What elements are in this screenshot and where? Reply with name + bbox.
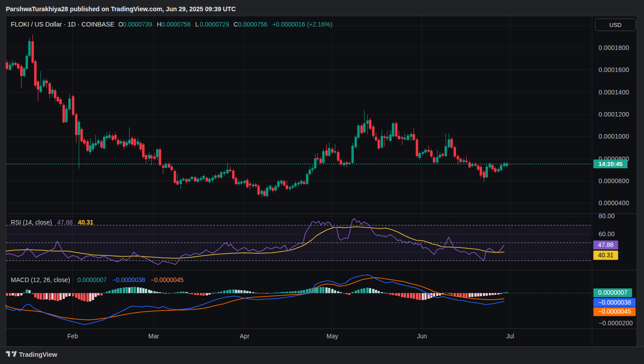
svg-text:0.0000729: 0.0000729 bbox=[200, 21, 230, 28]
svg-text:0.0001800: 0.0001800 bbox=[599, 44, 629, 51]
svg-text:0.0000007: 0.0000007 bbox=[77, 277, 107, 283]
svg-text:Jul: Jul bbox=[506, 333, 514, 340]
svg-text:47.88: 47.88 bbox=[598, 242, 614, 248]
svg-text:L: L bbox=[195, 21, 199, 28]
svg-text:USD: USD bbox=[609, 22, 621, 28]
svg-text:Apr: Apr bbox=[240, 333, 250, 340]
svg-text:80.00: 80.00 bbox=[599, 212, 615, 220]
svg-text:FLOKI / US Dollar · 1D · COINB: FLOKI / US Dollar · 1D · COINBASE bbox=[11, 21, 114, 28]
svg-text:0.0001400: 0.0001400 bbox=[599, 89, 629, 96]
svg-text:0.0000400: 0.0000400 bbox=[599, 199, 629, 207]
svg-text:0.0001600: 0.0001600 bbox=[599, 66, 629, 73]
svg-text:0.0001000: 0.0001000 bbox=[599, 133, 629, 140]
svg-text:−0.0000200: −0.0000200 bbox=[599, 319, 633, 327]
svg-text:TradingView: TradingView bbox=[19, 351, 58, 358]
svg-text:Feb: Feb bbox=[68, 333, 78, 340]
svg-text:0.0000600: 0.0000600 bbox=[599, 177, 629, 184]
svg-text:−0.0000045: −0.0000045 bbox=[151, 277, 184, 283]
svg-text:40.31: 40.31 bbox=[598, 252, 614, 259]
svg-text:0.0001200: 0.0001200 bbox=[599, 111, 629, 118]
svg-text:Jun: Jun bbox=[417, 333, 427, 340]
svg-text:60.00: 60.00 bbox=[599, 230, 615, 238]
svg-text:0.0000007: 0.0000007 bbox=[598, 289, 627, 296]
svg-text:C: C bbox=[234, 21, 238, 28]
svg-text:MACD (12, 26, close): MACD (12, 26, close) bbox=[11, 277, 70, 283]
svg-text:H: H bbox=[157, 21, 162, 28]
svg-text:−0.0000038: −0.0000038 bbox=[113, 277, 146, 283]
svg-text:ParshwaTurakhiya28 published o: ParshwaTurakhiya28 published on TradingV… bbox=[6, 5, 236, 13]
svg-text:−0.0000038: −0.0000038 bbox=[598, 299, 631, 306]
svg-text:47.88: 47.88 bbox=[57, 219, 73, 226]
svg-text:+0.0000016 (+2.16%): +0.0000016 (+2.16%) bbox=[272, 21, 332, 28]
svg-text:Mar: Mar bbox=[149, 333, 159, 340]
svg-text:0.0000739: 0.0000739 bbox=[123, 21, 153, 28]
svg-text:RSI (14, close): RSI (14, close) bbox=[11, 219, 52, 226]
svg-text:May: May bbox=[326, 333, 338, 340]
svg-text:14:20:45: 14:20:45 bbox=[599, 161, 623, 167]
svg-text:0.0000756: 0.0000756 bbox=[162, 21, 191, 28]
svg-text:−0.0000045: −0.0000045 bbox=[598, 308, 631, 315]
svg-text:0.0000756: 0.0000756 bbox=[238, 21, 268, 28]
svg-text:40.31: 40.31 bbox=[78, 219, 94, 226]
